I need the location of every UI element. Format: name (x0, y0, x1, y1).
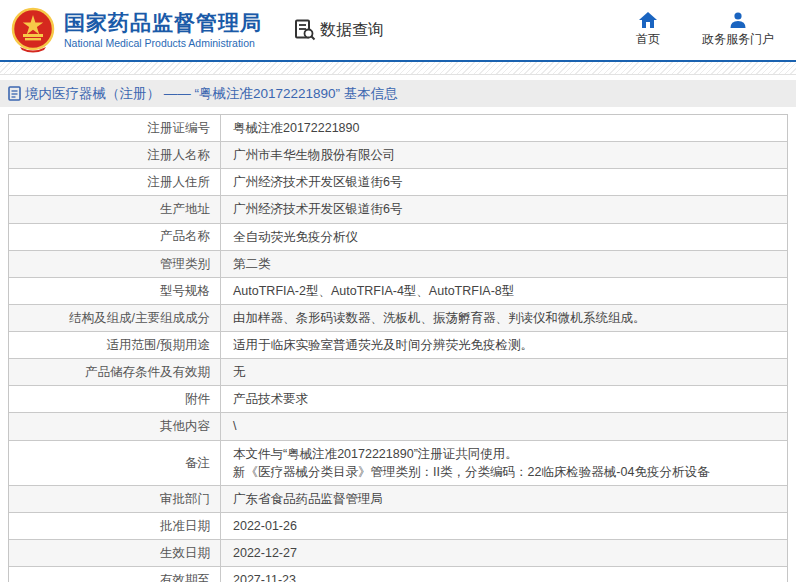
row-label: 注册人住所 (9, 169, 221, 195)
data-query-entry[interactable]: 数据查询 (294, 19, 384, 41)
table-row: 产品储存条件及有效期无 (9, 359, 787, 386)
row-label-text: 注册人名称 (148, 147, 211, 163)
row-value: \ (221, 413, 787, 439)
row-label: 注册人名称 (9, 142, 221, 168)
table-row: 产品名称全自动荧光免疫分析仪 (9, 224, 787, 251)
row-value-line: 本文件与“粤械注准20172221890”注册证共同使用。 (233, 445, 775, 463)
nav-portal[interactable]: 政务服务门户 (702, 12, 774, 48)
table-row: 生效日期2022-12-27 (9, 540, 787, 567)
row-label: 管理类别 (9, 251, 221, 277)
row-label: 生产地址 (9, 196, 221, 222)
row-label: 产品名称 (9, 224, 221, 250)
table-row: 备注本文件与“粤械注准20172221890”注册证共同使用。新《医疗器械分类目… (9, 441, 787, 486)
portal-user-icon (729, 12, 747, 28)
row-value: 广州经济技术开发区银道街6号 (221, 196, 787, 222)
row-label-text: 生效日期 (160, 545, 210, 561)
table-row: 型号规格AutoTRFIA-2型、AutoTRFIA-4型、AutoTRFIA-… (9, 278, 787, 305)
row-value-text: 无 (233, 363, 775, 381)
table-row: 管理类别第二类 (9, 251, 787, 278)
row-label-text: 生产地址 (160, 201, 210, 217)
registration-info-table: 注册证编号粤械注准20172221890注册人名称广州市丰华生物股份有限公司注册… (8, 114, 788, 582)
row-label: 其他内容 (9, 413, 221, 439)
table-row: 注册人名称广州市丰华生物股份有限公司 (9, 142, 787, 169)
row-value-text: 2027-11-23 (233, 571, 775, 582)
row-value: 第二类 (221, 251, 787, 277)
row-label-text: 产品名称 (160, 228, 210, 244)
row-value: 由加样器、条形码读数器、洗板机、振荡孵育器、判读仪和微机系统组成。 (221, 305, 787, 331)
row-label-text: 其他内容 (160, 418, 210, 434)
row-value-text: 广州市丰华生物股份有限公司 (233, 146, 775, 164)
row-value: 广州经济技术开发区银道街6号 (221, 169, 787, 195)
agency-subtitle: National Medical Products Administration (64, 37, 262, 49)
page-title: 境内医疗器械（注册） —— “粤械注准20172221890” 基本信息 (25, 85, 398, 103)
table-row: 生产地址广州经济技术开发区银道街6号 (9, 196, 787, 223)
row-value: 适用于临床实验室普通荧光及时间分辨荧光免疫检测。 (221, 332, 787, 358)
nav-home[interactable]: 首页 (636, 12, 660, 48)
table-row: 注册证编号粤械注准20172221890 (9, 115, 787, 142)
table-row: 有效期至2027-11-23 (9, 567, 787, 582)
row-value-text: 广州经济技术开发区银道街6号 (233, 200, 775, 218)
row-label-text: 注册人住所 (148, 174, 211, 190)
row-label: 备注 (9, 441, 221, 485)
row-value: 2022-01-26 (221, 513, 787, 539)
row-value: 2027-11-23 (221, 567, 787, 582)
header: 国家药品监督管理局 National Medical Products Admi… (0, 0, 796, 62)
row-value-text: \ (233, 417, 775, 435)
row-value: 粤械注准20172221890 (221, 115, 787, 141)
home-icon (639, 12, 657, 28)
row-value-text: 广东省食品药品监督管理局 (233, 490, 775, 508)
row-value-text: 第二类 (233, 255, 775, 273)
row-value-text: 产品技术要求 (233, 390, 775, 408)
table-row: 结构及组成/主要组成成分由加样器、条形码读数器、洗板机、振荡孵育器、判读仪和微机… (9, 305, 787, 332)
table-row: 其他内容\ (9, 413, 787, 440)
row-value: 广州市丰华生物股份有限公司 (221, 142, 787, 168)
hatched-divider (0, 62, 796, 75)
row-label: 适用范围/预期用途 (9, 332, 221, 358)
row-label: 批准日期 (9, 513, 221, 539)
table-row: 注册人住所广州经济技术开发区银道街6号 (9, 169, 787, 196)
table-row: 适用范围/预期用途适用于临床实验室普通荧光及时间分辨荧光免疫检测。 (9, 332, 787, 359)
row-value-text: 全自动荧光免疫分析仪 (233, 228, 775, 246)
data-query-icon (294, 19, 316, 41)
row-label: 结构及组成/主要组成成分 (9, 305, 221, 331)
row-label: 产品储存条件及有效期 (9, 359, 221, 385)
nav-home-label: 首页 (636, 31, 660, 48)
row-value: 广东省食品药品监督管理局 (221, 486, 787, 512)
row-label-text: 结构及组成/主要组成成分 (69, 310, 210, 326)
row-value: AutoTRFIA-2型、AutoTRFIA-4型、AutoTRFIA-8型 (221, 278, 787, 304)
row-label-text: 管理类别 (160, 256, 210, 272)
row-value-line: 新《医疗器械分类目录》管理类别：II类，分类编码：22临床检验器械-04免疫分析… (233, 463, 775, 481)
row-label: 型号规格 (9, 278, 221, 304)
row-label-text: 注册证编号 (148, 120, 211, 136)
row-label: 审批部门 (9, 486, 221, 512)
row-value-text: 2022-12-27 (233, 544, 775, 562)
row-value-text: 由加样器、条形码读数器、洗板机、振荡孵育器、判读仪和微机系统组成。 (233, 309, 775, 327)
row-value: 产品技术要求 (221, 386, 787, 412)
row-label-text: 备注 (185, 455, 210, 471)
row-label: 注册证编号 (9, 115, 221, 141)
row-value: 无 (221, 359, 787, 385)
row-label-text: 产品储存条件及有效期 (85, 364, 210, 380)
data-query-label: 数据查询 (320, 20, 384, 41)
row-value-text: AutoTRFIA-2型、AutoTRFIA-4型、AutoTRFIA-8型 (233, 282, 775, 300)
row-label: 生效日期 (9, 540, 221, 566)
document-icon (8, 86, 21, 101)
row-value-text: 适用于临床实验室普通荧光及时间分辨荧光免疫检测。 (233, 336, 775, 354)
row-value: 本文件与“粤械注准20172221890”注册证共同使用。新《医疗器械分类目录》… (221, 441, 787, 485)
row-label-text: 审批部门 (160, 491, 210, 507)
page-title-bar: 境内医疗器械（注册） —— “粤械注准20172221890” 基本信息 (0, 80, 796, 107)
row-label-text: 有效期至 (160, 572, 210, 582)
table-row: 附件产品技术要求 (9, 386, 787, 413)
brand-block: 国家药品监督管理局 National Medical Products Admi… (64, 11, 262, 48)
agency-title: 国家药品监督管理局 (64, 11, 262, 35)
row-label-text: 型号规格 (160, 283, 210, 299)
row-value-text: 2022-01-26 (233, 517, 775, 535)
row-value: 2022-12-27 (221, 540, 787, 566)
table-row: 批准日期2022-01-26 (9, 513, 787, 540)
national-emblem-logo (10, 7, 56, 53)
row-value: 全自动荧光免疫分析仪 (221, 224, 787, 250)
row-label-text: 批准日期 (160, 518, 210, 534)
row-label: 附件 (9, 386, 221, 412)
row-value-text: 广州经济技术开发区银道街6号 (233, 173, 775, 191)
row-label-text: 附件 (185, 391, 210, 407)
